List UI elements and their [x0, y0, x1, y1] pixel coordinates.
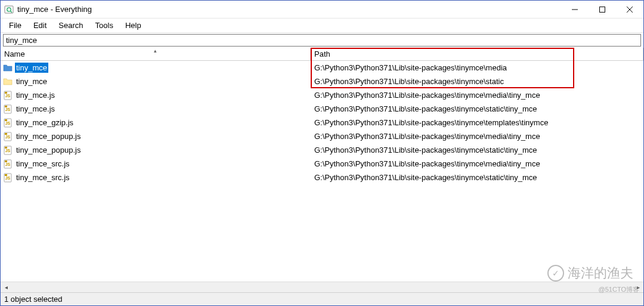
results-list[interactable]: tiny_mceG:\Python3\Python371\Lib\site-pa… — [1, 61, 643, 282]
sort-indicator-icon: ▴ — [154, 48, 157, 54]
result-row[interactable]: JStiny_mce_gzip.jsG:\Python3\Python371\L… — [1, 116, 643, 129]
js-file-icon: JS — [3, 118, 13, 128]
horizontal-scrollbar[interactable]: ◂ ▸ — [1, 282, 643, 292]
result-path-cell[interactable]: G:\Python3\Python371\Lib\site-packages\t… — [311, 159, 643, 168]
js-file-icon: JS — [3, 132, 13, 141]
svg-text:JS: JS — [5, 107, 11, 112]
result-name-cell[interactable]: JStiny_mce_src.js — [1, 172, 311, 183]
result-name-cell[interactable]: JStiny_mce.js — [1, 90, 311, 100]
result-path-cell[interactable]: G:\Python3\Python371\Lib\site-packages\t… — [311, 146, 643, 154]
status-text: 1 object selected — [4, 295, 63, 304]
result-name-label: tiny_mce_popup.js — [15, 145, 82, 155]
result-row[interactable]: JStiny_mce_popup.jsG:\Python3\Python371\… — [1, 143, 643, 157]
result-row[interactable]: JStiny_mce_src.jsG:\Python3\Python371\Li… — [1, 171, 643, 184]
result-name-label: tiny_mce_popup.js — [15, 131, 82, 141]
column-header-path[interactable]: Path — [311, 48, 643, 60]
result-row[interactable]: tiny_mceG:\Python3\Python371\Lib\site-pa… — [1, 61, 643, 75]
result-path-cell[interactable]: G:\Python3\Python371\Lib\site-packages\t… — [311, 173, 643, 182]
svg-rect-9 — [5, 92, 7, 94]
app-window: tiny_mce - Everything File Edit Search T… — [0, 0, 644, 306]
result-path-cell[interactable]: G:\Python3\Python371\Lib\site-packages\t… — [311, 91, 643, 100]
result-row[interactable]: JStiny_mce.jsG:\Python3\Python371\Lib\si… — [1, 88, 643, 102]
titlebar[interactable]: tiny_mce - Everything — [1, 1, 643, 18]
result-name-label: tiny_mce — [15, 76, 48, 86]
statusbar: 1 object selected — [1, 292, 643, 305]
result-name-cell[interactable]: JStiny_mce_src.js — [1, 159, 311, 169]
svg-text:JS: JS — [5, 162, 11, 166]
result-name-label: tiny_mce_src.js — [15, 172, 71, 183]
svg-text:JS: JS — [5, 149, 11, 153]
result-name-label: tiny_mce.js — [15, 90, 56, 100]
svg-text:JS: JS — [5, 121, 11, 125]
svg-rect-4 — [600, 7, 605, 12]
result-name-cell[interactable]: JStiny_mce_gzip.js — [1, 118, 311, 128]
result-path-cell[interactable]: G:\Python3\Python371\Lib\site-packages\t… — [311, 63, 643, 72]
js-file-icon: JS — [3, 91, 13, 100]
folder-icon — [3, 63, 13, 73]
scroll-right-icon[interactable]: ▸ — [633, 282, 643, 292]
result-name-label: tiny_mce_src.js — [15, 159, 71, 169]
results-container: Name ▴ Path tiny_mceG:\Python3\Python371… — [1, 48, 643, 292]
result-name-cell[interactable]: tiny_mce — [1, 63, 311, 73]
menu-file[interactable]: File — [3, 19, 27, 32]
maximize-button[interactable] — [589, 1, 616, 18]
results-header: Name ▴ Path — [1, 48, 643, 61]
scroll-left-icon[interactable]: ◂ — [1, 282, 11, 292]
svg-rect-18 — [5, 133, 7, 135]
column-name-label: Name — [4, 50, 25, 58]
svg-rect-24 — [5, 160, 7, 162]
result-name-cell[interactable]: JStiny_mce.js — [1, 104, 311, 114]
search-bar — [1, 33, 643, 48]
scroll-track[interactable] — [11, 282, 633, 292]
result-row[interactable]: tiny_mceG:\Python3\Python371\Lib\site-pa… — [1, 75, 643, 88]
svg-rect-21 — [5, 147, 7, 149]
result-path-cell[interactable]: G:\Python3\Python371\Lib\site-packages\t… — [311, 132, 643, 141]
result-name-cell[interactable]: JStiny_mce_popup.js — [1, 131, 311, 141]
js-file-icon: JS — [3, 104, 13, 114]
window-title: tiny_mce - Everything — [17, 5, 561, 14]
result-path-cell[interactable]: G:\Python3\Python371\Lib\site-packages\t… — [311, 77, 643, 86]
svg-text:JS: JS — [5, 135, 11, 139]
search-input[interactable] — [3, 34, 641, 47]
menu-tools[interactable]: Tools — [89, 19, 119, 32]
result-row[interactable]: JStiny_mce_popup.jsG:\Python3\Python371\… — [1, 129, 643, 143]
result-path-cell[interactable]: G:\Python3\Python371\Lib\site-packages\t… — [311, 118, 643, 127]
column-path-label: Path — [314, 50, 330, 58]
menubar: File Edit Search Tools Help — [1, 18, 643, 33]
menu-search[interactable]: Search — [52, 19, 89, 32]
app-icon — [4, 5, 14, 14]
result-name-label: tiny_mce — [15, 63, 48, 73]
result-name-cell[interactable]: JStiny_mce_popup.js — [1, 145, 311, 155]
minimize-button[interactable] — [561, 1, 589, 18]
result-name-cell[interactable]: tiny_mce — [1, 76, 311, 86]
js-file-icon: JS — [3, 159, 13, 169]
menu-edit[interactable]: Edit — [27, 19, 52, 32]
js-file-icon: JS — [3, 173, 13, 183]
result-row[interactable]: JStiny_mce.jsG:\Python3\Python371\Lib\si… — [1, 102, 643, 116]
window-controls — [561, 1, 643, 18]
js-file-icon: JS — [3, 146, 13, 155]
menu-help[interactable]: Help — [119, 19, 147, 32]
result-name-label: tiny_mce_gzip.js — [15, 118, 75, 128]
svg-rect-12 — [5, 106, 7, 107]
svg-rect-15 — [5, 119, 7, 121]
column-header-name[interactable]: Name ▴ — [1, 48, 311, 60]
result-path-cell[interactable]: G:\Python3\Python371\Lib\site-packages\t… — [311, 104, 643, 113]
folder-icon — [3, 77, 13, 86]
svg-rect-27 — [5, 174, 7, 176]
close-button[interactable] — [616, 1, 643, 18]
result-name-label: tiny_mce.js — [15, 104, 56, 114]
result-row[interactable]: JStiny_mce_src.jsG:\Python3\Python371\Li… — [1, 157, 643, 171]
svg-text:JS: JS — [5, 176, 11, 180]
svg-text:JS: JS — [5, 94, 11, 98]
